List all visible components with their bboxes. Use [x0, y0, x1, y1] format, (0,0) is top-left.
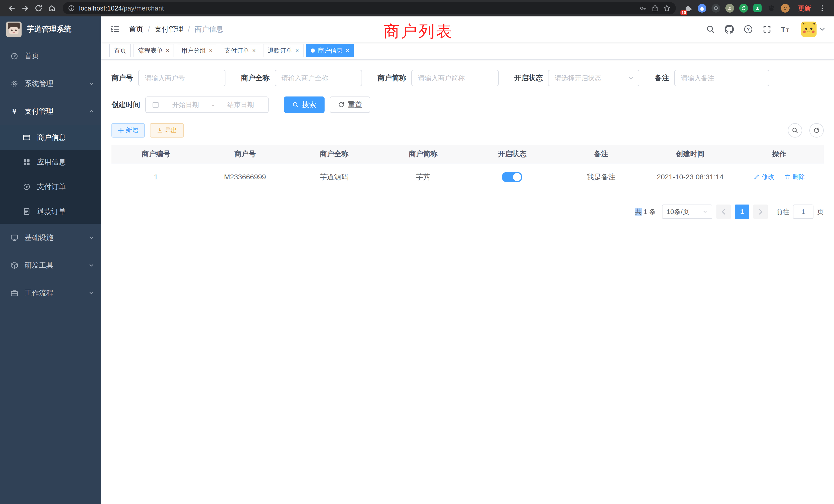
breadcrumb-payment-mgmt[interactable]: 支付管理	[155, 24, 183, 34]
edit-link[interactable]: 修改	[754, 173, 774, 181]
sidebar-item-infrastructure[interactable]: 基础设施	[0, 224, 101, 251]
forward-icon[interactable]	[19, 2, 32, 15]
search-button[interactable]: 搜索	[284, 96, 325, 113]
sidebar-item-workflow[interactable]: 工作流程	[0, 279, 101, 307]
back-icon[interactable]	[5, 2, 19, 15]
sidebar-item-payment-mgmt[interactable]: ¥ 支付管理	[0, 97, 101, 125]
close-icon[interactable]: ×	[252, 47, 256, 54]
close-icon[interactable]: ×	[295, 47, 299, 54]
refresh-table-button[interactable]	[809, 123, 824, 138]
cell-short-name: 芋艿	[378, 163, 467, 191]
close-icon[interactable]: ×	[166, 47, 170, 54]
merchant-no-input[interactable]	[138, 70, 225, 86]
chrome-update-button[interactable]: 更新	[793, 4, 815, 13]
short-name-input[interactable]	[411, 70, 499, 86]
tab-label: 退款订单	[267, 46, 292, 55]
svg-text:T: T	[781, 26, 785, 33]
export-button[interactable]: 导出	[150, 123, 184, 138]
tab-label: 首页	[114, 46, 126, 55]
goto-page-input[interactable]	[793, 205, 813, 219]
sidebar-item-home[interactable]: 首页	[0, 42, 101, 70]
chevron-down-icon	[89, 235, 94, 240]
chevron-down-icon	[703, 209, 708, 214]
merchant-no-label: 商户号	[111, 73, 133, 83]
extensions-puzzle-icon[interactable]: 10	[683, 3, 693, 13]
cell-remark: 我是备注	[557, 163, 646, 191]
sidebar-item-label: 研发工具	[25, 260, 83, 270]
status-toggle[interactable]	[502, 172, 522, 182]
payment-submenu: 商户信息 应用信息 支付订单 退款订单	[0, 125, 101, 224]
chrome-menu-icon[interactable]	[815, 2, 829, 15]
monkey-emoji-extension-icon[interactable]	[780, 3, 790, 13]
tab-payment-order[interactable]: 支付订单×	[220, 44, 260, 57]
status-select-placeholder: 请选择开启状态	[555, 74, 628, 83]
goto-suffix: 页	[817, 207, 824, 216]
page-1-button[interactable]: 1	[735, 205, 749, 219]
create-time-label: 创建时间	[111, 100, 140, 110]
profile-extension-icon[interactable]	[725, 3, 735, 13]
next-page-button[interactable]	[753, 205, 768, 219]
remark-input[interactable]	[674, 70, 769, 86]
fullscreen-icon[interactable]	[763, 25, 771, 33]
close-icon[interactable]: ×	[346, 47, 349, 54]
sidebar-item-label: 支付订单	[37, 182, 94, 192]
goto-prefix: 前往	[776, 207, 789, 216]
github-icon[interactable]	[725, 25, 734, 34]
tab-refund-order[interactable]: 退款订单×	[263, 44, 304, 57]
tab-user-group[interactable]: 用户分组×	[177, 44, 217, 57]
column-header: 操作	[734, 145, 824, 163]
sidebar-item-payment-order[interactable]: 支付订单	[0, 175, 101, 199]
status-select[interactable]: 请选择开启状态	[548, 70, 639, 86]
breadcrumb-home[interactable]: 首页	[129, 24, 143, 34]
help-question-icon[interactable]: ?	[744, 25, 753, 34]
url-host: localhost:1024	[79, 5, 122, 12]
sidebar-item-dev-tools[interactable]: 研发工具	[0, 251, 101, 279]
sidebar-item-label: 工作流程	[25, 288, 83, 298]
home-icon[interactable]	[45, 2, 59, 15]
paw-extension-icon[interactable]	[766, 3, 776, 13]
site-info-icon[interactable]	[68, 5, 75, 12]
add-button[interactable]: 新增	[111, 123, 145, 138]
share-icon[interactable]	[651, 4, 659, 12]
bookmark-star-icon[interactable]	[663, 4, 671, 12]
breadcrumb-separator: /	[148, 25, 150, 33]
prev-page-button[interactable]	[717, 205, 731, 219]
tab-process-form[interactable]: 流程表单×	[133, 44, 174, 57]
full-name-input[interactable]	[275, 70, 362, 86]
sidebar-item-app-info[interactable]: 应用信息	[0, 150, 101, 175]
sidebar-item-refund-order[interactable]: 退款订单	[0, 199, 101, 224]
sidebar-item-system-mgmt[interactable]: 系统管理	[0, 70, 101, 97]
green-sheet-extension-icon[interactable]	[752, 3, 763, 13]
column-header: 开启状态	[467, 145, 557, 163]
navbar: 首页 / 支付管理 / 商户信息 ? T	[101, 17, 834, 42]
address-bar[interactable]: localhost:1024/pay/merchant	[63, 2, 676, 14]
page-size-select[interactable]: 10条/页	[662, 205, 712, 219]
font-size-icon[interactable]: TT	[781, 25, 791, 33]
reset-button[interactable]: 重置	[330, 96, 370, 113]
tab-merchant-info[interactable]: 商户信息×	[306, 44, 354, 57]
header-search-icon[interactable]	[706, 25, 715, 33]
monitor-icon	[10, 233, 19, 242]
column-header: 创建时间	[646, 145, 735, 163]
sidebar-logo[interactable]: 芋道管理系统	[0, 17, 101, 42]
date-separator: -	[212, 101, 214, 109]
chevron-down-icon	[89, 291, 94, 296]
gear-icon	[10, 79, 19, 88]
drop-extension-icon[interactable]	[697, 3, 707, 13]
close-icon[interactable]: ×	[209, 47, 213, 54]
logo-avatar	[6, 22, 22, 37]
tab-home[interactable]: 首页	[109, 44, 131, 57]
column-header: 商户号	[200, 145, 290, 163]
dark-circle-extension-icon[interactable]	[711, 3, 721, 13]
cell-merchant-no: M233666999	[200, 163, 290, 191]
create-time-range-picker[interactable]: 开始日期 - 结束日期	[145, 96, 269, 113]
toggle-search-button[interactable]	[788, 123, 802, 138]
sidebar-item-merchant-info[interactable]: 商户信息	[0, 125, 101, 150]
reset-button-label: 重置	[348, 100, 362, 110]
reload-icon[interactable]	[32, 2, 45, 15]
password-key-icon[interactable]	[639, 4, 647, 12]
user-avatar[interactable]	[801, 22, 825, 37]
sidebar-toggle-icon[interactable]	[110, 25, 120, 33]
delete-link[interactable]: 删除	[785, 173, 805, 181]
green-refresh-extension-icon[interactable]	[739, 3, 749, 13]
